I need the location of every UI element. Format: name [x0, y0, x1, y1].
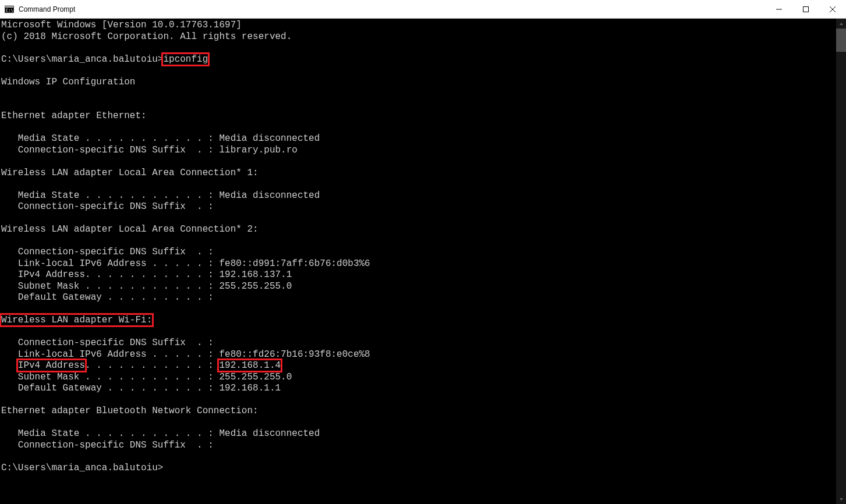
cmd-icon: C:\: [5, 5, 14, 14]
svg-marker-8: [840, 498, 843, 501]
adapter-0-line-1: Connection-specific DNS Suffix . : libra…: [1, 145, 298, 155]
adapter-2-line-4: Default Gateway . . . . . . . . . :: [1, 292, 214, 303]
adapter-0-name: Ethernet adapter Ethernet:: [1, 111, 147, 121]
scrollbar-thumb[interactable]: [836, 29, 846, 52]
adapter-1-name: Wireless LAN adapter Local Area Connecti…: [1, 168, 259, 178]
adapter-2-name: Wireless LAN adapter Local Area Connecti…: [1, 224, 259, 235]
adapter-1-line-0: Media State . . . . . . . . . . . : Medi…: [1, 190, 320, 201]
ipv4-label: IPv4 Address: [18, 360, 85, 371]
close-button[interactable]: [819, 0, 846, 18]
ipv4-label-highlight: IPv4 Address: [16, 359, 87, 372]
adapter-3-post-0: Subnet Mask . . . . . . . . . . . : 255.…: [1, 372, 292, 382]
adapter-3-pre-0: Connection-specific DNS Suffix . :: [1, 338, 214, 348]
ipv4-value-highlight: 192.168.1.4: [217, 359, 282, 372]
ipv4-value: 192.168.1.4: [219, 360, 281, 371]
adapter-0-line-0: Media State . . . . . . . . . . . : Medi…: [1, 133, 320, 144]
svg-marker-7: [840, 23, 843, 25]
ipconfig-title: Windows IP Configuration: [1, 77, 135, 87]
adapter-4-line-1: Connection-specific DNS Suffix . :: [1, 440, 214, 450]
adapter-3-pre-1: Link-local IPv6 Address . . . . . : fe80…: [1, 349, 370, 360]
header-line-2: (c) 2018 Microsoft Corporation. All righ…: [1, 31, 292, 42]
command-text: ipconfig: [163, 54, 208, 65]
adapter-2-line-2: IPv4 Address. . . . . . . . . . . : 192.…: [1, 269, 292, 280]
svg-text:C:\: C:\: [6, 8, 13, 13]
adapter-3-name: Wireless LAN adapter Wi-Fi:: [1, 315, 152, 325]
console-wrapper: Microsoft Windows [Version 10.0.17763.16…: [0, 19, 846, 504]
titlebar[interactable]: C:\ Command Prompt: [0, 0, 846, 19]
adapter-wifi-name-highlight: Wireless LAN adapter Wi-Fi:: [0, 313, 154, 327]
adapter-4-name: Ethernet adapter Bluetooth Network Conne…: [1, 406, 259, 416]
window-controls: [766, 0, 846, 18]
prompt-2: C:\Users\maria_anca.balutoiu>: [1, 463, 163, 473]
scrollbar-up-arrow-icon[interactable]: [836, 19, 846, 29]
adapter-2-line-0: Connection-specific DNS Suffix . :: [1, 247, 214, 257]
maximize-button[interactable]: [792, 0, 819, 18]
vertical-scrollbar[interactable]: [836, 19, 846, 504]
header-line-1: Microsoft Windows [Version 10.0.17763.16…: [1, 20, 242, 30]
svg-rect-1: [5, 6, 13, 8]
prompt-1: C:\Users\maria_anca.balutoiu>: [1, 54, 163, 65]
command-highlight: ipconfig: [161, 52, 210, 66]
adapter-2-line-1: Link-local IPv6 Address . . . . . : fe80…: [1, 258, 370, 269]
adapter-3-post-1: Default Gateway . . . . . . . . . : 192.…: [1, 383, 281, 393]
adapter-4-line-0: Media State . . . . . . . . . . . : Medi…: [1, 428, 320, 439]
adapter-1-line-1: Connection-specific DNS Suffix . :: [1, 201, 214, 212]
svg-rect-4: [803, 6, 809, 12]
minimize-button[interactable]: [766, 0, 792, 18]
console-output[interactable]: Microsoft Windows [Version 10.0.17763.16…: [0, 19, 836, 504]
scrollbar-down-arrow-icon[interactable]: [836, 494, 846, 504]
window-title: Command Prompt: [19, 5, 766, 13]
adapter-2-line-3: Subnet Mask . . . . . . . . . . . : 255.…: [1, 281, 292, 292]
ipv4-sep: . . . . . . . . . . . :: [85, 360, 219, 371]
